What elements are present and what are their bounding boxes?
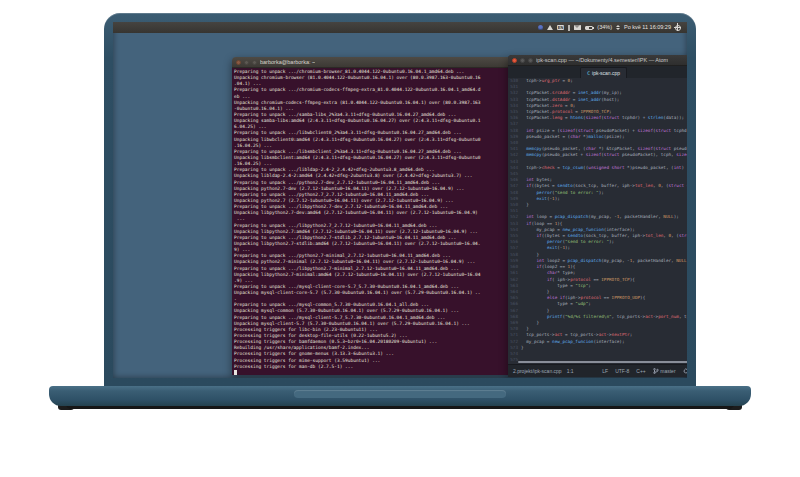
code-line: 542 memcpy(pseudo_packet + sizeof(struct… — [508, 152, 687, 158]
clock[interactable]: Po kvě 11 16:09:29 — [624, 22, 671, 33]
status-item-c-[interactable]: C++ — [636, 368, 645, 374]
terminal-line: Unpacking libpython2.7-dev:amd64 (2.7.12… — [234, 210, 512, 216]
tab-bar: C ipk-scan.cpp — [508, 66, 687, 78]
terminal-cursor-line — [234, 370, 512, 375]
maximize-button[interactable] — [252, 60, 257, 65]
c-language-icon: C — [587, 68, 590, 79]
status-file-path[interactable]: 2.projekt/ipk-scan.cpp — [513, 368, 562, 374]
tab-ipk-scan-cpp[interactable]: C ipk-scan.cpp — [580, 67, 627, 78]
terminal-titlebar[interactable]: barborka@barborka: ~ — [232, 57, 514, 68]
sync-icon — [683, 368, 687, 374]
code-editor[interactable]: 530 tcph->urg_ptr = 0;531 532 tcpPacket.… — [508, 78, 687, 364]
status-cursor-position[interactable]: 1:1 — [567, 368, 574, 374]
branch-icon — [653, 368, 659, 374]
terminal-output[interactable]: Preparing to unpack .../chromium-browser… — [232, 68, 514, 375]
minimize-button[interactable] — [520, 58, 525, 63]
atom-window-title: ipk-scan.cpp — ~/Dokumenty/4.semester/IP… — [536, 55, 668, 66]
code-line: 544 tcph->check = tcp_csum((unsigned sho… — [508, 165, 687, 171]
atom-window: ipk-scan.cpp — ~/Dokumenty/4.semester/IP… — [508, 55, 687, 377]
laptop-base — [49, 386, 751, 406]
wifi-icon[interactable] — [547, 25, 553, 30]
status-item-master[interactable]: master — [653, 368, 676, 374]
tab-label: ipk-scan.cpp — [592, 68, 620, 79]
status-item-lf[interactable]: LF — [602, 368, 608, 374]
terminal-window: barborka@barborka: ~ Preparing to unpack… — [232, 57, 514, 375]
atom-titlebar[interactable]: ipk-scan.cpp — ~/Dokumenty/4.semester/IP… — [508, 55, 687, 66]
page: EN (34%) Po kvě 11 16:09:29 barborka@bar… — [0, 0, 800, 477]
terminal-line: Unpacking libpython2.7:amd64 (2.7.12-1ub… — [234, 229, 512, 235]
battery-percentage: (34%) — [597, 22, 612, 33]
messages-envelope-icon[interactable] — [574, 25, 581, 30]
close-button[interactable] — [236, 60, 241, 65]
terminal-line: Unpacking libsmbclient:amd64 (2:4.3.11+d… — [234, 155, 512, 161]
top-panel: EN (34%) Po kvě 11 16:09:29 — [113, 22, 687, 33]
status-item-fetch[interactable]: Fetch — [683, 368, 687, 374]
terminal-line: Unpacking libwbclient0:amd64 (2:4.3.11+d… — [234, 137, 512, 143]
status-bar: 2.projekt/ipk-scan.cpp 1:1 LFUTF-8C++mas… — [508, 364, 687, 377]
terminal-line: Unpacking mysql-client-core-5.7 (5.7.30-… — [234, 290, 512, 296]
laptop-base-notch — [294, 390, 506, 398]
battery-icon[interactable] — [585, 26, 593, 30]
bluetooth-icon[interactable] — [568, 25, 570, 31]
close-button[interactable] — [512, 58, 517, 63]
indicator-app-icon[interactable] — [538, 25, 543, 30]
terminal-line: Unpacking libpython2.7-stdlib:amd64 (2.7… — [234, 241, 512, 247]
terminal-line: Unpacking python2.7-minimal (2.7.12-1ubu… — [234, 259, 512, 265]
terminal-line: Unpacking chromium-codecs-ffmpeg-extra (… — [234, 100, 512, 106]
horizontal-scrollbar[interactable] — [518, 361, 687, 363]
terminal-window-title: barborka@barborka: ~ — [260, 57, 315, 68]
session-gear-icon[interactable] — [675, 25, 681, 31]
minimize-button[interactable] — [244, 60, 249, 65]
laptop-screen: EN (34%) Po kvě 11 16:09:29 barborka@bar… — [113, 22, 687, 378]
terminal-line: Unpacking libldap-2.4-2:amd64 (2.4.42+df… — [234, 173, 512, 179]
maximize-button[interactable] — [528, 58, 533, 63]
status-item-utf-8[interactable]: UTF-8 — [615, 368, 629, 374]
network-arrows-icon[interactable] — [616, 25, 620, 30]
terminal-line: Preparing to unpack .../chromium-codecs-… — [234, 87, 512, 93]
terminal-line: Unpacking samba-libs:amd64 (2:4.3.11+dfs… — [234, 118, 512, 124]
code-line: 536 tcpPacket.leng = htons(sizeof(struct… — [508, 115, 687, 121]
terminal-cursor — [234, 370, 237, 375]
keyboard-layout-indicator[interactable]: EN — [557, 25, 565, 30]
terminal-line: Unpacking chromium-browser (81.0.4044.12… — [234, 75, 512, 81]
terminal-line: Unpacking libpython2.7-minimal:amd64 (2.… — [234, 272, 512, 278]
